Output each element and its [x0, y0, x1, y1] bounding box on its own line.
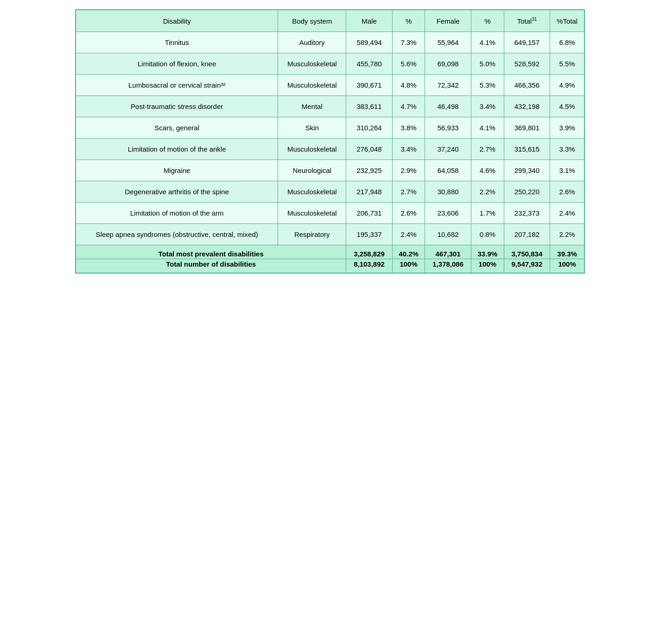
female-pct-cell: 0.8%: [471, 224, 504, 245]
disability-cell: Migraine: [76, 160, 278, 181]
total-pct-cell: 4.5%: [550, 96, 584, 117]
table-row: MigraineNeurological232,9252.9%64,0584.6…: [76, 160, 584, 181]
col-header-female-pct: %: [471, 10, 504, 32]
disability-cell: Limitation of flexion, knee: [76, 53, 278, 75]
footer-female-pct-2: 100%: [471, 259, 504, 274]
total-cell: 466,356: [504, 75, 550, 96]
col-header-body-system: Body system: [278, 10, 346, 32]
footer-female-1: 467,301: [425, 245, 471, 259]
body-system-cell: Musculoskeletal: [278, 75, 346, 96]
male-cell: 390,671: [346, 75, 392, 96]
total-pct-cell: 5.5%: [550, 53, 584, 75]
footer-male-2: 8,103,892: [346, 259, 392, 274]
disability-cell: Limitation of motion of the ankle: [76, 139, 278, 160]
total-pct-cell: 2.6%: [550, 181, 584, 203]
col-header-total-pct: %Total: [550, 10, 584, 32]
col-header-disability: Disability: [76, 10, 278, 32]
footer-row-1: Total most prevalent disabilities 3,258,…: [76, 245, 584, 259]
table-row: Post-traumatic stress disorderMental383,…: [76, 96, 584, 117]
female-pct-cell: 4.1%: [471, 117, 504, 139]
male-pct-cell: 4.7%: [392, 96, 425, 117]
female-cell: 72,342: [425, 75, 471, 96]
footer-row-2: Total number of disabilities 8,103,892 1…: [76, 259, 584, 274]
body-system-cell: Musculoskeletal: [278, 139, 346, 160]
disability-cell: Post-traumatic stress disorder: [76, 96, 278, 117]
male-cell: 589,494: [346, 32, 392, 53]
female-cell: 64,058: [425, 160, 471, 181]
header-row: Disability Body system Male % Female % T…: [76, 10, 584, 32]
total-cell: 315,615: [504, 139, 550, 160]
footer-male-1: 3,258,829: [346, 245, 392, 259]
female-cell: 46,498: [425, 96, 471, 117]
total-cell: 232,373: [504, 203, 550, 224]
disability-cell: Limitation of motion of the arm: [76, 203, 278, 224]
body-system-cell: Respiratory: [278, 224, 346, 245]
total-pct-cell: 6.8%: [550, 32, 584, 53]
female-pct-cell: 2.7%: [471, 139, 504, 160]
male-pct-cell: 3.4%: [392, 139, 425, 160]
total-cell: 528,592: [504, 53, 550, 75]
col-header-male-pct: %: [392, 10, 425, 32]
male-cell: 276,048: [346, 139, 392, 160]
male-cell: 383,611: [346, 96, 392, 117]
female-cell: 10,682: [425, 224, 471, 245]
table-row: Limitation of motion of the armMusculosk…: [76, 203, 584, 224]
female-pct-cell: 5.3%: [471, 75, 504, 96]
total-pct-cell: 3.3%: [550, 139, 584, 160]
male-pct-cell: 5.6%: [392, 53, 425, 75]
male-cell: 195,337: [346, 224, 392, 245]
male-cell: 206,731: [346, 203, 392, 224]
female-cell: 55,964: [425, 32, 471, 53]
footer-total-1: 3,750,834: [504, 245, 550, 259]
female-cell: 23,606: [425, 203, 471, 224]
table-row: TinnitusAuditory589,4947.3%55,9644.1%649…: [76, 32, 584, 53]
footer-label-2: Total number of disabilities: [76, 259, 346, 274]
disability-table: Disability Body system Male % Female % T…: [75, 9, 585, 274]
disability-cell: Scars, general: [76, 117, 278, 139]
body-system-cell: Musculoskeletal: [278, 181, 346, 203]
disability-cell: Degenerative arthritis of the spine: [76, 181, 278, 203]
col-header-female: Female: [425, 10, 471, 32]
body-system-cell: Auditory: [278, 32, 346, 53]
total-cell: 299,340: [504, 160, 550, 181]
total-pct-cell: 2.4%: [550, 203, 584, 224]
total-pct-cell: 3.9%: [550, 117, 584, 139]
male-pct-cell: 2.6%: [392, 203, 425, 224]
col-header-total: Total31: [504, 10, 550, 32]
footer-label-1: Total most prevalent disabilities: [76, 245, 346, 259]
male-cell: 455,780: [346, 53, 392, 75]
total-pct-cell: 4.9%: [550, 75, 584, 96]
female-cell: 37,240: [425, 139, 471, 160]
male-pct-cell: 4.8%: [392, 75, 425, 96]
footer-male-pct-2: 100%: [392, 259, 425, 274]
male-pct-cell: 2.7%: [392, 181, 425, 203]
male-cell: 217,948: [346, 181, 392, 203]
female-cell: 30,880: [425, 181, 471, 203]
footer-female-2: 1,378,086: [425, 259, 471, 274]
col-header-male: Male: [346, 10, 392, 32]
total-cell: 369,801: [504, 117, 550, 139]
table-row: Limitation of motion of the ankleMusculo…: [76, 139, 584, 160]
female-cell: 56,933: [425, 117, 471, 139]
footer-female-pct-1: 33.9%: [471, 245, 504, 259]
disability-cell: Lumbosacral or cervical strain³²: [76, 75, 278, 96]
female-pct-cell: 4.1%: [471, 32, 504, 53]
main-table-wrapper: Disability Body system Male % Female % T…: [75, 9, 585, 274]
body-system-cell: Musculoskeletal: [278, 203, 346, 224]
disability-cell: Sleep apnea syndromes (obstructive, cent…: [76, 224, 278, 245]
male-pct-cell: 3.8%: [392, 117, 425, 139]
disability-cell: Tinnitus: [76, 32, 278, 53]
table-row: Scars, generalSkin310,2643.8%56,9334.1%3…: [76, 117, 584, 139]
female-cell: 69,098: [425, 53, 471, 75]
body-system-cell: Neurological: [278, 160, 346, 181]
table-row: Limitation of flexion, kneeMusculoskelet…: [76, 53, 584, 75]
male-pct-cell: 2.9%: [392, 160, 425, 181]
male-cell: 310,264: [346, 117, 392, 139]
male-pct-cell: 7.3%: [392, 32, 425, 53]
male-pct-cell: 2.4%: [392, 224, 425, 245]
female-pct-cell: 1.7%: [471, 203, 504, 224]
male-cell: 232,925: [346, 160, 392, 181]
female-pct-cell: 5.0%: [471, 53, 504, 75]
total-cell: 207,182: [504, 224, 550, 245]
female-pct-cell: 4.6%: [471, 160, 504, 181]
